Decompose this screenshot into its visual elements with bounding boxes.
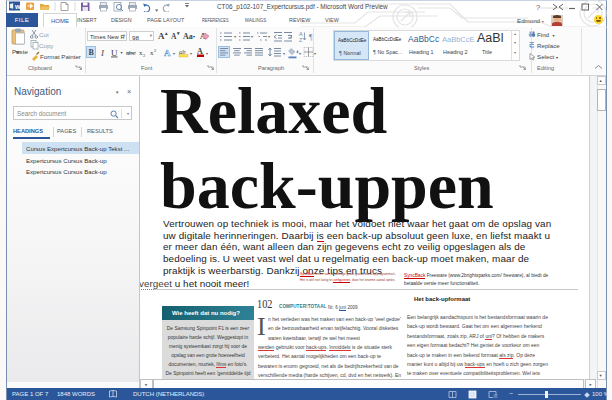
svg-text:I: I — [100, 48, 105, 58]
svg-text:▾: ▾ — [283, 51, 285, 56]
svg-text:▾: ▾ — [190, 51, 192, 56]
svg-text:Z: Z — [299, 37, 303, 43]
svg-text:w: w — [14, 3, 21, 10]
svg-text:?: ? — [536, 3, 540, 12]
svg-text:▾: ▾ — [314, 51, 316, 56]
svg-text:¶: ¶ — [309, 33, 313, 42]
svg-text:▾: ▾ — [121, 50, 123, 55]
svg-text:▾: ▾ — [176, 31, 180, 36]
svg-text:▴: ▴ — [164, 31, 168, 36]
svg-text:Aa: Aa — [183, 32, 193, 41]
svg-text:▾: ▾ — [268, 34, 270, 39]
svg-text:▾: ▾ — [206, 51, 208, 56]
svg-text:2: 2 — [154, 48, 156, 53]
svg-text:▾: ▾ — [234, 34, 236, 39]
svg-text:U: U — [111, 48, 118, 58]
svg-text:▾: ▾ — [299, 51, 301, 56]
svg-text:▾: ▾ — [173, 51, 175, 56]
svg-text:2: 2 — [143, 53, 145, 58]
svg-text:▾: ▾ — [193, 34, 195, 39]
svg-text:B: B — [89, 48, 95, 57]
svg-text:A: A — [197, 47, 203, 56]
svg-text:A: A — [164, 48, 171, 58]
svg-text:▾: ▾ — [251, 34, 253, 39]
svg-text:A: A — [158, 31, 165, 41]
svg-text:ab: ab — [179, 48, 186, 55]
svg-text:abc: abc — [126, 49, 136, 57]
